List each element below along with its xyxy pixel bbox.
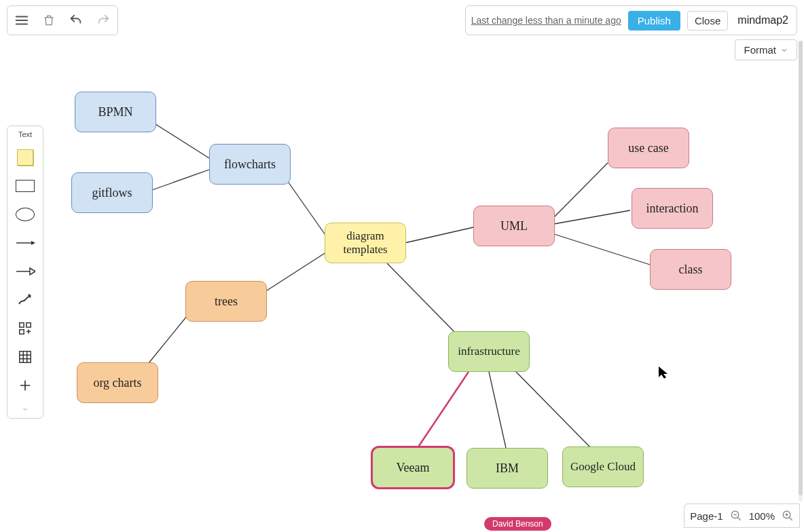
collaborator-badge: David Benson xyxy=(484,517,551,531)
redo-icon[interactable] xyxy=(93,10,113,31)
node-bpmn[interactable]: BPMN xyxy=(75,92,156,132)
svg-line-4 xyxy=(146,312,190,366)
ellipse-shape-tool[interactable] xyxy=(13,205,37,224)
svg-line-3 xyxy=(265,252,326,292)
shapes-tool[interactable] xyxy=(13,319,37,338)
chevron-down-icon xyxy=(780,46,788,54)
top-toolbar-right: Last change less than a minute ago Publi… xyxy=(465,5,797,35)
node-uml[interactable]: UML xyxy=(473,206,555,246)
svg-line-9 xyxy=(554,234,650,265)
node-ibm[interactable]: IBM xyxy=(467,448,548,489)
svg-line-12 xyxy=(516,372,591,448)
close-button[interactable]: Close xyxy=(687,11,728,31)
side-toolbar: Text xyxy=(7,126,43,419)
footer-bar: Page-1 100% xyxy=(684,504,800,528)
last-change-link[interactable]: Last change less than a minute ago xyxy=(471,15,621,26)
format-label: Format xyxy=(744,44,776,56)
node-veeam[interactable]: Veeam xyxy=(371,446,455,489)
arrow-tool[interactable] xyxy=(13,262,37,281)
svg-line-27 xyxy=(737,517,741,520)
svg-marker-25 xyxy=(659,366,668,379)
svg-line-7 xyxy=(554,163,608,217)
format-button[interactable]: Format xyxy=(735,39,797,60)
text-tool-label[interactable]: Text xyxy=(18,130,32,138)
svg-rect-20 xyxy=(20,352,31,363)
node-org-charts[interactable]: org charts xyxy=(77,362,158,403)
svg-line-10 xyxy=(418,372,469,448)
node-class[interactable]: class xyxy=(650,249,731,290)
node-diagram-templates[interactable]: diagram templates xyxy=(325,223,406,263)
undo-icon[interactable] xyxy=(66,10,86,31)
svg-marker-16 xyxy=(30,268,35,275)
svg-line-2 xyxy=(285,178,325,235)
publish-button[interactable]: Publish xyxy=(628,11,680,31)
node-infrastructure[interactable]: infrastructure xyxy=(448,331,530,372)
node-gitflows[interactable]: gitflows xyxy=(71,172,153,213)
svg-rect-18 xyxy=(26,323,31,327)
line-tool[interactable] xyxy=(13,233,37,252)
page-label[interactable]: Page-1 xyxy=(690,510,723,522)
cursor-icon xyxy=(659,366,670,380)
zoom-in-icon[interactable] xyxy=(782,510,794,522)
node-trees[interactable]: trees xyxy=(185,281,267,322)
node-use-case[interactable]: use case xyxy=(608,128,689,168)
svg-line-1 xyxy=(152,170,209,190)
expand-toolbar[interactable] xyxy=(13,404,37,414)
svg-line-0 xyxy=(156,124,209,158)
freehand-tool[interactable] xyxy=(13,290,37,309)
zoom-level[interactable]: 100% xyxy=(749,510,775,522)
trash-icon[interactable] xyxy=(39,10,59,31)
svg-marker-14 xyxy=(31,241,35,245)
svg-rect-17 xyxy=(20,323,24,327)
svg-line-30 xyxy=(789,517,792,520)
document-name: mindmap2 xyxy=(735,14,791,26)
zoom-out-icon[interactable] xyxy=(730,510,742,522)
svg-line-11 xyxy=(489,372,506,448)
add-tool[interactable] xyxy=(13,376,37,395)
table-tool[interactable] xyxy=(13,347,37,366)
note-shape-tool[interactable] xyxy=(13,148,37,167)
rectangle-shape-tool[interactable] xyxy=(13,176,37,195)
node-flowcharts[interactable]: flowcharts xyxy=(209,144,291,185)
svg-line-8 xyxy=(554,210,630,224)
top-toolbar-left xyxy=(7,5,118,35)
vertical-scrollbar[interactable] xyxy=(799,41,803,502)
svg-line-6 xyxy=(387,263,455,332)
menu-icon[interactable] xyxy=(12,10,32,31)
svg-line-5 xyxy=(405,227,473,243)
node-interaction[interactable]: interaction xyxy=(632,188,713,229)
node-google-cloud[interactable]: Google Cloud xyxy=(562,446,644,487)
svg-rect-19 xyxy=(20,330,24,334)
